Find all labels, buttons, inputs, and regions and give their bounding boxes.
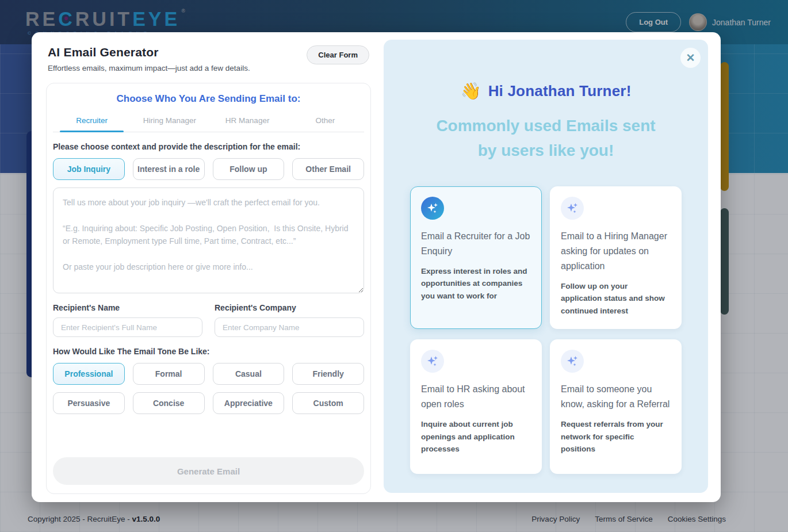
- tone-appreciative-button[interactable]: Appreciative: [213, 392, 285, 414]
- context-options: Job Inquiry Interest in a role Follow up…: [53, 158, 364, 180]
- tone-options-row-1: Professional Formal Casual Friendly: [53, 363, 364, 385]
- modal-title: AI Email Generator: [48, 45, 250, 59]
- suggestion-card-referral[interactable]: Email to someone you know, asking for a …: [550, 339, 682, 474]
- context-interest-in-role-button[interactable]: Interest in a role: [133, 158, 205, 180]
- tone-custom-button[interactable]: Custom: [292, 392, 364, 414]
- email-form-card: Choose Who You Are Sending Email to: Rec…: [46, 83, 371, 494]
- recruiteye-app: RECRUITEYE® CONNECTING TALENT Log Out Jo…: [0, 0, 788, 532]
- suggestions-heading: Commonly used Emails sent by users like …: [434, 113, 658, 163]
- suggestion-description: Follow up on your application status and…: [561, 280, 671, 317]
- greeting-text: Hi Jonathan Turner!: [488, 82, 632, 100]
- recipient-company-label: Recipient's Company: [215, 303, 364, 312]
- tone-options-row-2: Persuasive Concise Appreciative Custom: [53, 392, 364, 414]
- recipient-name-input[interactable]: [53, 317, 202, 337]
- suggestion-title: Email to someone you know, asking for a …: [561, 382, 671, 412]
- context-follow-up-button[interactable]: Follow up: [213, 158, 285, 180]
- generate-email-button[interactable]: Generate Email: [53, 457, 364, 485]
- suggestion-cards: Email a Recruiter for a Job Enquiry Expr…: [410, 186, 682, 474]
- suggestion-title: Email to a Hiring Manager asking for upd…: [561, 229, 671, 274]
- tone-concise-button[interactable]: Concise: [133, 392, 205, 414]
- tab-hiring-manager[interactable]: Hiring Manager: [131, 112, 208, 132]
- suggestion-description: Request referrals from your network for …: [561, 418, 671, 456]
- sparkles-icon: [561, 350, 584, 373]
- tab-hr-manager[interactable]: HR Manager: [209, 112, 286, 132]
- tone-friendly-button[interactable]: Friendly: [292, 363, 364, 385]
- tone-persuasive-button[interactable]: Persuasive: [53, 392, 125, 414]
- sparkles-icon: [561, 197, 584, 220]
- suggestion-description: Express interest in roles and opportunit…: [421, 265, 531, 303]
- tone-label: How Would Like The Email Tone Be Like:: [53, 347, 364, 356]
- sparkles-icon: [421, 350, 444, 373]
- audience-tabs: Recruiter Hiring Manager HR Manager Othe…: [53, 112, 364, 132]
- email-description-textarea[interactable]: [53, 187, 364, 293]
- ai-email-generator-modal: AI Email Generator Effortless emails, ma…: [32, 32, 721, 502]
- form-header: AI Email Generator Effortless emails, ma…: [46, 45, 371, 72]
- suggestion-description: Inquire about current job openings and a…: [421, 418, 531, 456]
- tone-formal-button[interactable]: Formal: [133, 363, 205, 385]
- context-other-email-button[interactable]: Other Email: [292, 158, 364, 180]
- waving-hand-icon: 👋: [460, 81, 481, 101]
- recipient-company-input[interactable]: [215, 317, 364, 337]
- suggestions-panel: ✕ 👋 Hi Jonathan Turner! Commonly used Em…: [384, 40, 708, 493]
- audience-title: Choose Who You Are Sending Email to:: [53, 93, 364, 105]
- tab-other[interactable]: Other: [286, 112, 364, 132]
- context-label: Please choose context and provide the de…: [53, 142, 364, 151]
- suggestion-title: Email to HR asking about open roles: [421, 382, 531, 412]
- suggestion-card-hiring-manager-update[interactable]: Email to a Hiring Manager asking for upd…: [550, 186, 682, 330]
- suggestion-card-recruiter-enquiry[interactable]: Email a Recruiter for a Job Enquiry Expr…: [410, 186, 542, 330]
- tab-recruiter[interactable]: Recruiter: [53, 112, 131, 132]
- context-job-inquiry-button[interactable]: Job Inquiry: [53, 158, 125, 180]
- modal-subtitle: Effortless emails, maximum impact—just a…: [48, 64, 250, 72]
- suggestion-card-hr-open-roles[interactable]: Email to HR asking about open roles Inqu…: [410, 339, 542, 474]
- tone-casual-button[interactable]: Casual: [213, 363, 285, 385]
- greeting-row: 👋 Hi Jonathan Turner!: [384, 81, 708, 101]
- suggestion-title: Email a Recruiter for a Job Enquiry: [421, 229, 531, 259]
- email-form-section: AI Email Generator Effortless emails, ma…: [32, 32, 384, 502]
- close-icon[interactable]: ✕: [680, 48, 701, 68]
- recipient-fields: Recipient's Name Recipient's Company: [53, 303, 364, 337]
- tone-professional-button[interactable]: Professional: [53, 363, 125, 385]
- clear-form-button[interactable]: Clear Form: [307, 45, 369, 64]
- recipient-name-label: Recipient's Name: [53, 303, 202, 312]
- sparkles-icon: [421, 197, 444, 220]
